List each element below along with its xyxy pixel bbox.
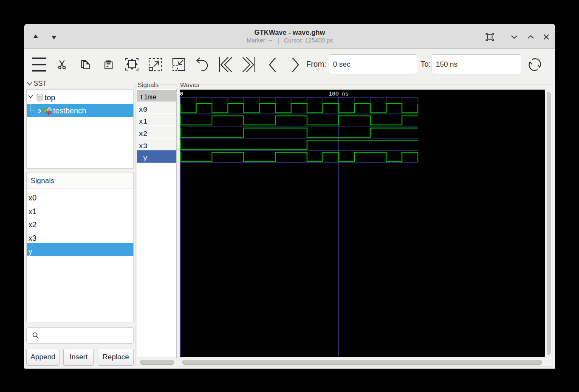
svg-text:100 ns: 100 ns [329, 91, 349, 97]
